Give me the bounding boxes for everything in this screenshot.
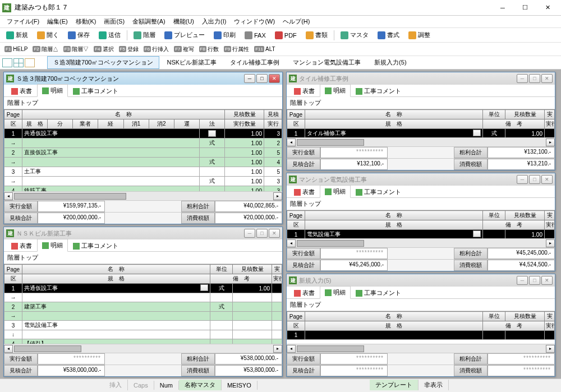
table-row[interactable]: → 式 1.00 3 <box>4 177 282 186</box>
split-alt[interactable] <box>25 58 35 67</box>
scroll-thumb[interactable] <box>297 139 364 146</box>
scroll-left[interactable]: ◂ <box>4 345 13 353</box>
child-maximize[interactable]: □ <box>529 175 540 184</box>
master-button[interactable]: マスタ <box>337 29 373 41</box>
menu-item[interactable]: 移動(K) <box>72 16 100 27</box>
table-row[interactable]: → 式 1.00 4 <box>4 158 282 167</box>
scroll-thumb[interactable] <box>297 240 364 247</box>
breadcrumb[interactable]: 階層トップ <box>287 97 555 109</box>
table-row[interactable]: ↓ <box>4 330 282 339</box>
breadcrumb[interactable]: 階層トップ <box>4 97 282 109</box>
tab-detail[interactable]: 明細 <box>37 239 68 252</box>
fkey-F7[interactable]: F7複写 <box>172 44 196 54</box>
scroll-thumb[interactable] <box>14 193 126 200</box>
child-minimize[interactable]: ─ <box>517 175 528 184</box>
scroll-thumb[interactable] <box>297 345 364 352</box>
menu-item[interactable]: ファイル(F) <box>3 16 43 27</box>
breadcrumb[interactable]: 階層トップ <box>4 252 282 264</box>
child-minimize[interactable]: ─ <box>244 229 255 238</box>
format-button[interactable]: 書式 <box>374 29 403 41</box>
row-detail-button[interactable]: … <box>208 130 216 137</box>
menu-item[interactable]: ヘルプ(H) <box>279 16 313 27</box>
detail-grid[interactable]: Page 名 称 単位 見積数量 実 区 規 格 備 考 実行1 電気設備工事 … <box>287 210 555 238</box>
child-minimize[interactable]: ─ <box>244 74 255 83</box>
child-titlebar[interactable]: 建 Ｓ造３階建700㎡コベックマンション ─ □ ✕ <box>4 72 282 85</box>
detail-grid[interactable]: Page 名 称 単位 見積数量 実 区 規 格 備 考 実行1 <box>287 311 555 340</box>
child-titlebar[interactable]: 建 マンション電気設備工事 ─ □ ✕ <box>287 173 555 186</box>
breadcrumb[interactable]: 階層トップ <box>287 299 555 311</box>
row-detail-button[interactable]: … <box>473 230 481 237</box>
table-row[interactable]: 1 電気設備工事 … 1.00 <box>287 230 555 239</box>
fkey-F6[interactable]: F6行挿入 <box>141 44 171 54</box>
tab-comment[interactable]: 工事コメント <box>351 85 406 97</box>
tab-comment[interactable]: 工事コメント <box>68 239 123 252</box>
open-button[interactable]: 開く <box>33 29 63 41</box>
child-close[interactable]: ✕ <box>541 74 553 83</box>
fkey-F9[interactable]: F9行属性 <box>222 44 251 54</box>
row-detail-button[interactable]: … <box>473 130 481 136</box>
breadcrumb[interactable]: 階層トップ <box>287 198 555 210</box>
pdf-button[interactable]: PDF <box>271 30 301 41</box>
tab-detail[interactable]: 明細 <box>320 84 351 97</box>
scroll-left[interactable]: ◂ <box>287 239 296 247</box>
print-button[interactable]: 印刷 <box>210 29 240 41</box>
row-detail-button[interactable]: … <box>200 284 208 291</box>
document-tab[interactable]: 新規入力(5) <box>368 56 412 69</box>
save-button[interactable]: 保存 <box>64 29 94 41</box>
adjust-button[interactable]: 調整 <box>404 29 434 41</box>
table-row[interactable]: 1 共通仮設工事 … 1.00 3 <box>4 129 282 139</box>
scroll-right[interactable]: ▸ <box>273 192 282 200</box>
layer-button[interactable]: 階層 <box>130 29 159 41</box>
menu-item[interactable]: 編集(E) <box>44 16 71 27</box>
child-minimize[interactable]: ─ <box>517 74 528 83</box>
split-single[interactable] <box>2 58 12 67</box>
fkey-F5[interactable]: F5登録 <box>117 44 141 54</box>
split-grid[interactable] <box>13 58 24 67</box>
scroll-left[interactable]: ◂ <box>287 139 296 146</box>
fkey-F11[interactable]: F11ALT <box>252 45 277 53</box>
horizontal-scrollbar[interactable]: ◂ ▸ <box>4 191 282 200</box>
tab-cover[interactable]: 表書 <box>6 85 37 97</box>
tab-comment[interactable]: 工事コメント <box>351 186 406 198</box>
scroll-right[interactable]: ▸ <box>546 239 555 247</box>
tab-comment[interactable]: 工事コメント <box>351 287 406 299</box>
child-maximize[interactable]: □ <box>256 74 268 83</box>
document-tab[interactable]: Ｓ造3階建700㎡コベックマンション <box>47 56 159 69</box>
child-maximize[interactable]: □ <box>529 74 540 83</box>
table-row[interactable]: 1 <box>287 331 555 340</box>
close-button[interactable]: ✕ <box>536 1 559 15</box>
table-row[interactable]: → 式 1.00 2 <box>4 139 282 148</box>
tab-cover[interactable]: 表書 <box>289 186 320 198</box>
table-row[interactable]: 4 【値引】 <box>4 339 282 344</box>
scroll-right[interactable]: ▸ <box>546 139 555 146</box>
tab-cover[interactable]: 表書 <box>289 287 320 299</box>
child-titlebar[interactable]: 建 新規入力(5) ─ □ ✕ <box>287 274 555 287</box>
child-close[interactable]: ✕ <box>269 229 280 238</box>
document-tab[interactable]: NSKビル新築工事 <box>160 56 223 69</box>
scroll-left[interactable]: ◂ <box>4 192 13 200</box>
table-row[interactable]: 4 鉄筋工事 1.00 3 <box>4 186 282 192</box>
tab-detail[interactable]: 明細 <box>320 286 351 299</box>
detail-grid[interactable]: Page 名 称 見積数量 見積 区 規 格 分 業者 経 消1 消2 運 法 … <box>4 109 282 191</box>
fax-button[interactable]: FAX <box>241 30 270 41</box>
tab-detail[interactable]: 明細 <box>37 84 68 97</box>
table-row[interactable]: → <box>4 312 282 321</box>
preview-button[interactable]: プレビュー <box>160 29 209 41</box>
maximize-button[interactable]: ☐ <box>514 1 536 15</box>
menu-item[interactable]: 機能(U) <box>170 16 197 27</box>
fkey-F4[interactable]: F4選択 <box>91 44 116 54</box>
fkey-F8[interactable]: F8行数 <box>197 44 221 54</box>
send-button[interactable]: 送信 <box>95 29 125 41</box>
child-titlebar[interactable]: 建 タイル補修工事例 ─ □ ✕ <box>287 72 555 85</box>
document-button[interactable]: 書類 <box>302 29 332 41</box>
child-close[interactable]: ✕ <box>541 276 553 285</box>
detail-grid[interactable]: Page 名 称 単位 見積数量 実 区 規 格 備 考 実行1 タイル補修工事… <box>287 109 555 137</box>
tab-cover[interactable]: 表書 <box>289 85 320 97</box>
tab-cover[interactable]: 表書 <box>6 239 37 252</box>
child-close[interactable]: ✕ <box>269 74 280 83</box>
fkey-F3[interactable]: F3階層▽ <box>61 44 91 54</box>
tab-comment[interactable]: 工事コメント <box>68 85 123 97</box>
child-maximize[interactable]: □ <box>529 276 540 285</box>
scroll-left[interactable]: ◂ <box>287 345 296 353</box>
fkey-F1[interactable]: F1HELP <box>2 45 30 53</box>
